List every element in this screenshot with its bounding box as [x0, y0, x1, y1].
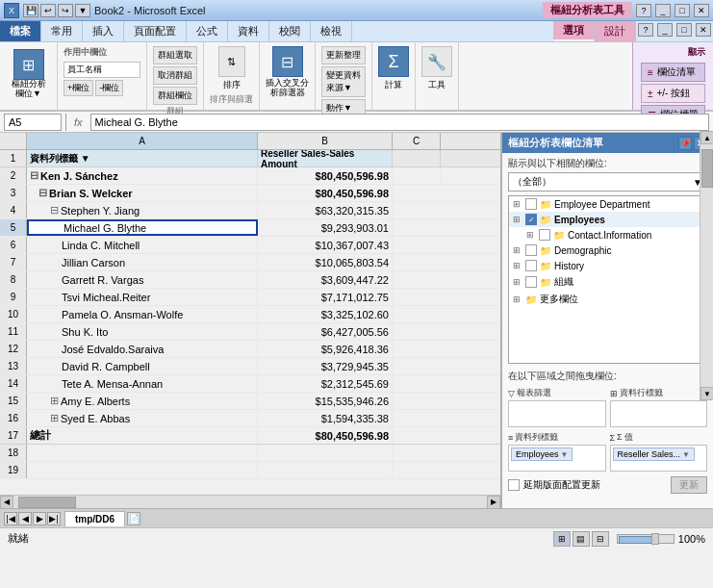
- checkbox-history[interactable]: [525, 260, 537, 271]
- customize-btn[interactable]: ▼: [75, 4, 90, 17]
- scroll-down-btn[interactable]: ▼: [700, 387, 713, 400]
- undo-quick-btn[interactable]: ↩: [40, 4, 56, 17]
- tab-pivot-design[interactable]: 設計: [595, 21, 636, 41]
- tree-item[interactable]: ⊞ 📁 Employee Department: [509, 196, 706, 212]
- scroll-thumb-h[interactable]: [18, 497, 76, 508]
- cell-a17[interactable]: 總計: [27, 427, 258, 444]
- scroll-up-btn[interactable]: ▲: [700, 133, 713, 144]
- scroll-left-btn[interactable]: ◀: [0, 496, 13, 509]
- cell-a4[interactable]: ⊟ Stephen Y. Jiang: [27, 202, 258, 218]
- refresh-btn[interactable]: 更新整理: [321, 46, 366, 64]
- tab-nav-next[interactable]: ▶: [33, 512, 46, 525]
- save-quick-btn[interactable]: 💾: [23, 4, 38, 17]
- cell-b13[interactable]: $3,729,945.35: [258, 358, 393, 374]
- checkbox-employees[interactable]: ✓: [525, 214, 537, 225]
- cell-a16[interactable]: ⊞ Syed E. Abbas: [27, 410, 258, 426]
- tab-insert[interactable]: 插入: [83, 21, 124, 41]
- filter-dropdown[interactable]: （全部） ▼: [508, 172, 707, 192]
- tab-nav-first[interactable]: |◀: [4, 512, 17, 525]
- col-header-b[interactable]: B: [258, 133, 393, 149]
- cell-b10[interactable]: $3,325,102.60: [258, 306, 393, 322]
- cell-a19[interactable]: [27, 462, 258, 478]
- field-tree[interactable]: ⊞ 📁 Employee Department ⊞ ✓ 📁 Employees …: [508, 195, 707, 364]
- checkbox-org[interactable]: [525, 276, 537, 288]
- cell-b8[interactable]: $3,609,447.22: [258, 271, 393, 288]
- scroll-right-btn[interactable]: ▶: [487, 496, 500, 509]
- layout-view-icon[interactable]: ▤: [573, 531, 590, 547]
- tab-formulas[interactable]: 公式: [187, 21, 228, 41]
- expand-field-btn[interactable]: +欄位: [64, 80, 93, 96]
- cell-a13[interactable]: David R. Campbell: [27, 358, 258, 374]
- cell-a12[interactable]: José Edvaldo.Saraiva: [27, 341, 258, 357]
- cell-reference[interactable]: A5: [4, 114, 62, 131]
- col-header-a[interactable]: A: [27, 133, 258, 149]
- ribbon-help-btn[interactable]: ?: [638, 23, 653, 37]
- tree-item[interactable]: ⊞ 📁 Contact.Information: [509, 227, 706, 243]
- values-zone[interactable]: Reseller Sales... ▼: [610, 445, 708, 472]
- tab-home[interactable]: 常用: [41, 21, 83, 41]
- cell-b14[interactable]: $2,312,545.69: [258, 375, 393, 392]
- cell-a9[interactable]: Tsvi Micheal.Reiter: [27, 289, 258, 305]
- tab-pivot-options[interactable]: 選項: [553, 21, 595, 41]
- calc-btn[interactable]: Σ: [378, 46, 409, 77]
- update-btn[interactable]: 更新: [671, 476, 707, 494]
- cell-a14[interactable]: Tete A. Mensa-Annan: [27, 375, 258, 392]
- scrollbar-vertical[interactable]: ▲ ▼: [700, 133, 713, 400]
- cell-b4[interactable]: $63,320,315.35: [258, 202, 393, 218]
- cell-a3[interactable]: ⊟ Brian S. Welcker: [27, 185, 258, 201]
- tab-view[interactable]: 檢視: [311, 21, 352, 41]
- cell-a8[interactable]: Garrett R. Vargas: [27, 271, 258, 288]
- tab-file[interactable]: 檔案: [0, 21, 41, 41]
- cell-b5[interactable]: $9,293,903.01: [258, 219, 393, 236]
- field-list-btn[interactable]: ≡ 欄位清單: [641, 63, 705, 82]
- pagebreak-view-icon[interactable]: ⊟: [592, 531, 609, 547]
- ribbon-close-btn[interactable]: ✕: [696, 23, 711, 37]
- report-filter-zone[interactable]: [508, 400, 606, 427]
- cell-a1[interactable]: 資料列標籤 ▼: [27, 150, 258, 166]
- redo-quick-btn[interactable]: ↪: [58, 4, 73, 17]
- tools-btn[interactable]: 🔧: [421, 46, 452, 77]
- group-selection-btn[interactable]: 群組選取: [153, 46, 197, 64]
- tab-nav-last[interactable]: ▶|: [47, 512, 61, 525]
- cell-b1[interactable]: Reseller Sales-Sales Amount: [258, 150, 393, 166]
- insert-slicer-btn[interactable]: ⊟: [272, 46, 303, 77]
- change-source-btn[interactable]: 變更資料來源▼: [321, 66, 366, 97]
- cell-b12[interactable]: $5,926,418.36: [258, 341, 393, 357]
- collapse-field-btn[interactable]: -欄位: [95, 80, 123, 96]
- group-field-btn[interactable]: 群組欄位: [153, 87, 197, 105]
- cell-b3[interactable]: $80,450,596.98: [258, 185, 393, 201]
- tree-item[interactable]: ⊞ 📁 History: [509, 258, 706, 273]
- tree-item-employees[interactable]: ⊞ ✓ 📁 Employees: [509, 212, 706, 227]
- cell-b7[interactable]: $10,065,803.54: [258, 254, 393, 270]
- scrollbar-horizontal[interactable]: ◀ ▶: [0, 495, 500, 508]
- panel-pin-btn[interactable]: 📌: [678, 137, 692, 150]
- cell-a11[interactable]: Shu K. Ito: [27, 323, 258, 340]
- ungroup-btn[interactable]: 取消群組: [153, 66, 197, 85]
- zoom-slider[interactable]: [617, 534, 675, 544]
- cell-b11[interactable]: $6,427,005.56: [258, 323, 393, 340]
- cell-b6[interactable]: $10,367,007.43: [258, 237, 393, 253]
- row-labels-zone[interactable]: Employees ▼: [508, 445, 606, 472]
- sort-btn[interactable]: ⇅: [218, 46, 245, 77]
- help-btn[interactable]: ?: [636, 4, 651, 17]
- close-btn[interactable]: ✕: [694, 4, 709, 17]
- tree-item-more[interactable]: ⊞ 📁 更多欄位: [509, 291, 706, 308]
- tab-review[interactable]: 校閱: [269, 21, 311, 41]
- checkbox-contact[interactable]: [539, 229, 550, 241]
- ribbon-minimize-btn[interactable]: _: [657, 23, 673, 37]
- tab-icon[interactable]: 📄: [127, 512, 140, 525]
- formula-value[interactable]: Micheal G. Blythe: [90, 114, 709, 131]
- tab-nav-prev[interactable]: ◀: [18, 512, 32, 525]
- tab-data[interactable]: 資料: [228, 21, 269, 41]
- cell-b16[interactable]: $1,594,335.38: [258, 410, 393, 426]
- normal-view-icon[interactable]: ⊞: [553, 531, 571, 547]
- minimize-btn[interactable]: _: [655, 4, 671, 17]
- column-labels-zone[interactable]: [610, 400, 708, 427]
- cell-a5-selected[interactable]: Michael G. Blythe: [27, 219, 258, 236]
- scroll-thumb-v[interactable]: [701, 149, 713, 188]
- defer-checkbox[interactable]: [508, 479, 520, 491]
- row-chip-employees[interactable]: Employees ▼: [511, 447, 573, 461]
- sheet-tab-active[interactable]: tmp/DD6: [64, 511, 125, 526]
- zoom-thumb[interactable]: [651, 533, 659, 545]
- col-header-c[interactable]: C: [393, 133, 441, 149]
